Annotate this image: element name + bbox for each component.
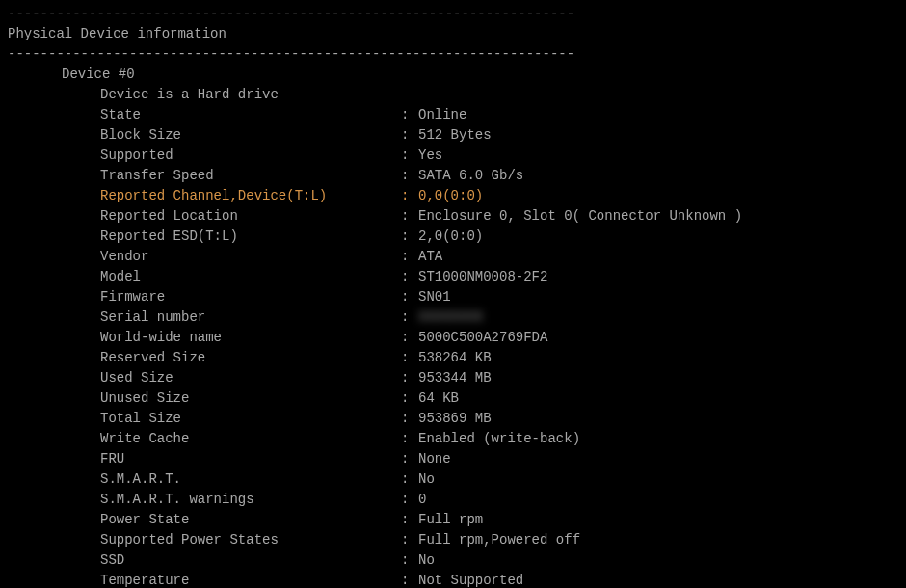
property-label: Vendor [8,247,401,267]
property-label: Transfer Speed [8,166,401,186]
property-colon: : [401,247,418,267]
property-value: Enclosure 0, Slot 0( Connector Unknown ) [418,206,898,227]
property-colon: : [401,105,418,125]
property-row: Vendor:ATA [8,247,898,267]
device-header: Device #0 [8,65,898,85]
property-value: 538264 KB [418,348,898,368]
property-row: Supported Power States:Full rpm,Powered … [8,530,898,550]
property-row: Unused Size:64 KB [8,388,898,409]
property-label: Unused Size [8,388,401,409]
property-value: 512 Bytes [418,125,898,146]
property-value: No [418,469,898,490]
property-colon: : [401,328,418,348]
property-colon: : [401,409,418,429]
property-colon: : [401,146,418,166]
property-row: Reported Channel,Device(T:L):0,0(0:0) [8,186,898,206]
property-row: Power State:Full rpm [8,510,898,530]
property-value: 5000C500A2769FDA [418,328,898,348]
property-row: Write Cache:Enabled (write-back) [8,429,898,449]
property-colon: : [401,469,418,490]
property-row: Reserved Size:538264 KB [8,348,898,368]
property-label: Temperature [8,571,401,588]
property-label: Used Size [8,368,401,388]
property-colon: : [401,125,418,146]
property-colon: : [401,348,418,368]
property-label: Block Size [8,125,401,146]
property-label: FRU [8,449,401,469]
property-value: 953869 MB [418,409,898,429]
property-row: Supported:Yes [8,146,898,166]
property-label: Reported Channel,Device(T:L) [8,186,401,206]
property-value: Enabled (write-back) [418,429,898,449]
property-label: SSD [8,550,401,571]
property-colon: : [401,449,418,469]
property-colon: : [401,166,418,186]
property-label: Total Size [8,409,401,429]
property-row: Firmware:SN01 [8,287,898,307]
property-row: S.M.A.R.T.:No [8,469,898,490]
property-value: 2,0(0:0) [418,227,898,247]
property-label: World-wide name [8,328,401,348]
property-value: XXXXXXXX [418,307,898,328]
property-label: Firmware [8,287,401,307]
property-colon: : [401,530,418,550]
property-label: S.M.A.R.T. [8,469,401,490]
property-label: Supported [8,146,401,166]
device-description: Device is a Hard drive [8,85,898,105]
property-colon: : [401,429,418,449]
property-label: State [8,105,401,125]
property-value: Yes [418,146,898,166]
property-colon: : [401,307,418,328]
property-value: ST1000NM0008-2F2 [418,267,898,287]
property-value: SN01 [418,287,898,307]
property-colon: : [401,267,418,287]
property-row: Temperature:Not Supported [8,571,898,588]
property-label: Reserved Size [8,348,401,368]
property-value: SATA 6.0 Gb/s [418,166,898,186]
property-value: Not Supported [418,571,898,588]
property-value: None [418,449,898,469]
property-row: Total Size:953869 MB [8,409,898,429]
property-row: FRU:None [8,449,898,469]
property-row: S.M.A.R.T. warnings:0 [8,490,898,510]
section-title: Physical Device information [8,24,898,44]
property-row: Used Size:953344 MB [8,368,898,388]
property-value: Online [418,105,898,125]
property-colon: : [401,510,418,530]
property-colon: : [401,368,418,388]
property-value: Full rpm [418,510,898,530]
property-value: Full rpm,Powered off [418,530,898,550]
property-label: S.M.A.R.T. warnings [8,490,401,510]
property-value: 0,0(0:0) [418,186,898,206]
property-value: No [418,550,898,571]
property-colon: : [401,227,418,247]
property-value: 953344 MB [418,368,898,388]
property-row: SSD:No [8,550,898,571]
device-properties-list: State:OnlineBlock Size:512 BytesSupporte… [8,105,898,588]
property-row: World-wide name:5000C500A2769FDA [8,328,898,348]
property-colon: : [401,550,418,571]
property-value: 64 KB [418,388,898,409]
separator-top: ----------------------------------------… [8,4,898,24]
property-label: Power State [8,510,401,530]
property-value: ATA [418,247,898,267]
property-row: Transfer Speed:SATA 6.0 Gb/s [8,166,898,186]
property-colon: : [401,287,418,307]
property-row: Serial number:XXXXXXXX [8,307,898,328]
property-row: Block Size:512 Bytes [8,125,898,146]
property-label: Reported Location [8,206,401,227]
property-label: Serial number [8,307,401,328]
property-value: 0 [418,490,898,510]
property-label: Model [8,267,401,287]
property-label: Supported Power States [8,530,401,550]
property-colon: : [401,186,418,206]
property-row: Model:ST1000NM0008-2F2 [8,267,898,287]
property-row: Reported Location:Enclosure 0, Slot 0( C… [8,206,898,227]
property-colon: : [401,571,418,588]
separator-mid: ----------------------------------------… [8,44,898,65]
property-colon: : [401,490,418,510]
property-colon: : [401,206,418,227]
property-label: Write Cache [8,429,401,449]
property-row: State:Online [8,105,898,125]
property-row: Reported ESD(T:L):2,0(0:0) [8,227,898,247]
